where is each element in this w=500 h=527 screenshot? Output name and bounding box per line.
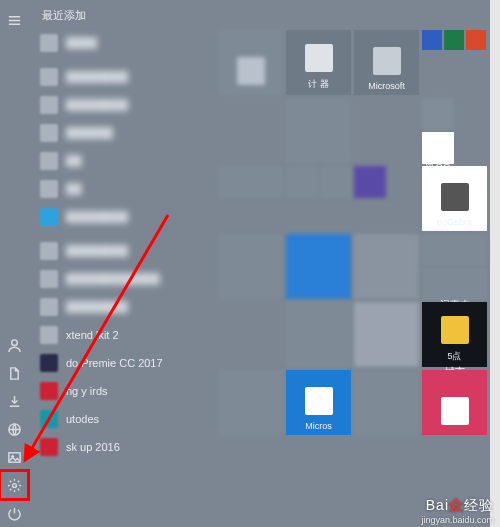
tile[interactable] bbox=[286, 98, 351, 163]
tile[interactable] bbox=[218, 370, 283, 435]
tile[interactable]: eoGebra bbox=[422, 166, 487, 231]
tile[interactable] bbox=[466, 30, 486, 50]
left-rail bbox=[0, 0, 28, 527]
app-item[interactable]: ████████ bbox=[34, 203, 216, 231]
tile[interactable]: Microsoft bbox=[354, 30, 419, 95]
settings-icon[interactable] bbox=[0, 471, 28, 499]
app-item[interactable]: ████ bbox=[34, 29, 216, 57]
svg-rect-2 bbox=[8, 452, 19, 461]
tile[interactable] bbox=[286, 302, 351, 367]
tile[interactable] bbox=[354, 370, 419, 435]
documents-icon[interactable] bbox=[0, 359, 28, 387]
tile[interactable] bbox=[286, 234, 351, 299]
app-item[interactable]: xtend lkit 2 bbox=[34, 321, 216, 349]
app-item[interactable]: do Premie CC 2017 bbox=[34, 349, 216, 377]
tile-label: eoGebra bbox=[422, 217, 487, 227]
tile-grid: 计 器Microsoft讯QQeoGebra记事本5点城市Micros bbox=[218, 0, 490, 527]
tile[interactable]: 5点城市 bbox=[422, 302, 487, 367]
tile-label: 计 器 bbox=[286, 78, 351, 91]
app-list: 最近添加 ████ ████████ ████████ ██████ ██ ██… bbox=[28, 0, 218, 527]
downloads-icon[interactable] bbox=[0, 387, 28, 415]
watermark: Bai众经验 jingyan.baidu.com bbox=[421, 497, 494, 525]
app-item[interactable]: ██████ bbox=[34, 119, 216, 147]
app-item[interactable]: ████████ bbox=[34, 91, 216, 119]
tile[interactable] bbox=[320, 166, 352, 198]
power-icon[interactable] bbox=[0, 499, 28, 527]
tile[interactable] bbox=[218, 234, 283, 299]
network-icon[interactable] bbox=[0, 415, 28, 443]
tile[interactable] bbox=[422, 30, 442, 50]
svg-point-0 bbox=[11, 339, 17, 345]
svg-point-4 bbox=[12, 483, 16, 487]
tile[interactable]: 讯QQ bbox=[422, 132, 454, 164]
tile[interactable] bbox=[422, 234, 487, 266]
tile-label: Microsoft bbox=[354, 81, 419, 91]
tile[interactable] bbox=[286, 166, 318, 198]
tile-label: 5点 bbox=[422, 350, 487, 363]
app-item[interactable]: ████████ bbox=[34, 237, 216, 265]
tile[interactable] bbox=[354, 302, 419, 367]
app-item[interactable]: utodes bbox=[34, 405, 216, 433]
tile[interactable] bbox=[422, 370, 487, 435]
hamburger-icon[interactable] bbox=[0, 6, 28, 34]
app-item[interactable]: ████████ bbox=[34, 63, 216, 91]
app-item[interactable]: sk up 2016 bbox=[34, 433, 216, 461]
app-item[interactable]: ████████████ bbox=[34, 265, 216, 293]
recent-header: 最近添加 bbox=[34, 4, 216, 29]
app-item[interactable]: ████████ bbox=[34, 293, 216, 321]
tile[interactable]: Micros bbox=[286, 370, 351, 435]
tile[interactable] bbox=[354, 234, 419, 299]
tile[interactable] bbox=[354, 166, 386, 198]
app-item[interactable]: ██ bbox=[34, 147, 216, 175]
tile[interactable] bbox=[422, 98, 454, 130]
tile-label: Micros bbox=[286, 421, 351, 431]
app-item[interactable]: ██ bbox=[34, 175, 216, 203]
tile[interactable] bbox=[218, 166, 283, 198]
tile[interactable] bbox=[218, 30, 283, 95]
start-menu: 最近添加 ████ ████████ ████████ ██████ ██ ██… bbox=[0, 0, 490, 527]
user-icon[interactable] bbox=[0, 331, 28, 359]
tile[interactable]: 计 器 bbox=[286, 30, 351, 95]
tile[interactable] bbox=[444, 30, 464, 50]
pictures-icon[interactable] bbox=[0, 443, 28, 471]
tile[interactable]: 记事本 bbox=[422, 268, 487, 300]
app-item[interactable]: ng y irds bbox=[34, 377, 216, 405]
